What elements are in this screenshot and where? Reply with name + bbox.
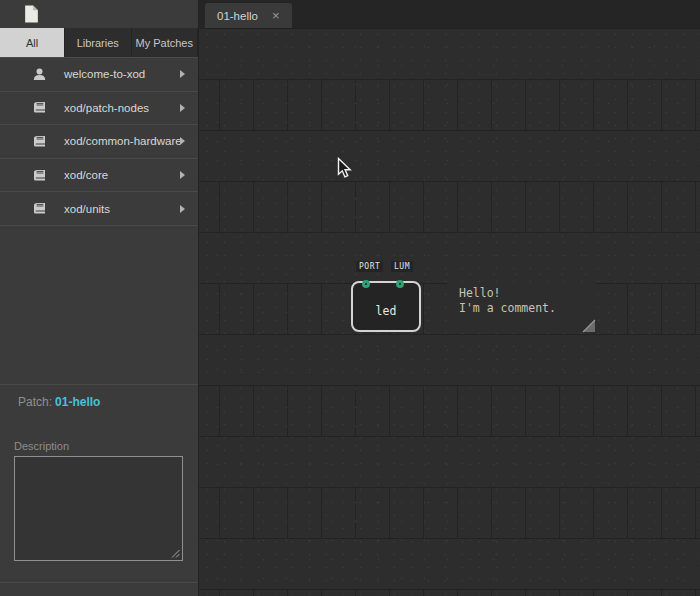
patch-label: Patch:	[18, 395, 52, 409]
project-browser-sidebar: All Libraries My Patches welcome-to-xod	[0, 0, 199, 596]
user-icon	[32, 67, 47, 82]
pin-lum[interactable]	[396, 280, 404, 288]
pin-label-port: PORT	[356, 261, 383, 272]
comment-text: Hello!I'm a comment.	[447, 283, 596, 316]
close-tab-icon[interactable]: ×	[272, 9, 280, 22]
new-file-icon[interactable]	[24, 5, 39, 23]
tab-libraries[interactable]: Libraries	[65, 28, 132, 57]
list-item-xod-core[interactable]: xod/core	[0, 158, 198, 192]
editor-tabbar: 01-hello ×	[199, 0, 700, 28]
description-input[interactable]	[14, 456, 183, 561]
tab-all[interactable]: All	[0, 28, 65, 57]
patch-name-link[interactable]: 01-hello	[55, 395, 100, 409]
book-icon	[32, 168, 47, 183]
sidebar-divider	[0, 582, 198, 583]
pin-label-lum: LUM	[391, 261, 413, 272]
editor-area: 01-hello × PORT LUM led Hello!I'm a comm…	[199, 0, 700, 596]
xod-ide-window: All Libraries My Patches welcome-to-xod	[0, 0, 700, 596]
description-label: Description	[14, 440, 69, 452]
tab-my-patches[interactable]: My Patches	[132, 28, 199, 57]
book-icon	[32, 100, 47, 115]
browser-list: welcome-to-xod xod/patch-nodes	[0, 57, 198, 226]
chevron-right-icon[interactable]	[180, 137, 185, 145]
patch-canvas[interactable]: PORT LUM led Hello!I'm a comment.	[199, 28, 700, 596]
list-item-welcome-to-xod[interactable]: welcome-to-xod	[0, 57, 198, 91]
pin-port[interactable]	[362, 280, 370, 288]
comment-resize-handle[interactable]	[582, 319, 596, 333]
node-label: led	[376, 304, 397, 318]
patch-tab-01-hello[interactable]: 01-hello ×	[205, 3, 292, 28]
book-icon	[32, 201, 47, 216]
book-icon	[32, 134, 47, 149]
chevron-right-icon[interactable]	[180, 70, 185, 78]
description-field-wrap	[14, 456, 183, 561]
list-item-label: xod/core	[64, 169, 108, 181]
list-item-label: xod/patch-nodes	[64, 102, 149, 114]
node-led[interactable]: led	[351, 281, 421, 332]
chevron-right-icon[interactable]	[180, 171, 185, 179]
chevron-right-icon[interactable]	[180, 104, 185, 112]
list-item-label: welcome-to-xod	[64, 68, 145, 80]
chevron-right-icon[interactable]	[180, 205, 185, 213]
patch-info: Patch:01-hello	[18, 395, 100, 409]
mouse-cursor-icon	[337, 157, 353, 180]
list-item-xod-common-hardware[interactable]: xod/common-hardware	[0, 124, 198, 158]
list-item-xod-patch-nodes[interactable]: xod/patch-nodes	[0, 91, 198, 125]
list-item-xod-units[interactable]: xod/units	[0, 191, 198, 225]
list-item-label: xod/units	[64, 203, 110, 215]
list-item-label: xod/common-hardware	[64, 135, 182, 147]
comment-box[interactable]: Hello!I'm a comment.	[447, 283, 596, 333]
browser-filter-tabs: All Libraries My Patches	[0, 28, 198, 57]
patch-tab-title: 01-hello	[217, 10, 258, 22]
sidebar-divider	[0, 384, 198, 385]
sidebar-header	[0, 0, 198, 28]
